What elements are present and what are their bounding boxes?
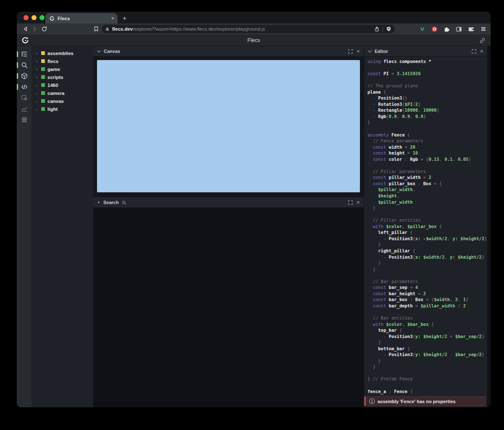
code-line[interactable]: const pillar_box : Box = { xyxy=(368,181,487,187)
tables-button[interactable] xyxy=(17,114,32,125)
code-line[interactable]: bottom_bar { xyxy=(368,346,487,352)
code-line[interactable]: - Position3{y: $height/2 - $bar_sep/2} xyxy=(368,351,487,358)
maximize-window-button[interactable] xyxy=(39,15,45,20)
tree-item-1460[interactable]: –1460 xyxy=(32,81,93,89)
code-line[interactable]: right_pillar { xyxy=(368,248,487,254)
search-panel-content[interactable] xyxy=(93,208,364,407)
close-tab-icon[interactable]: × xyxy=(111,16,114,21)
code-line[interactable]: // Pillar entities xyxy=(368,217,487,223)
3d-canvas-viewport[interactable] xyxy=(97,60,360,192)
code-line[interactable] xyxy=(368,211,487,218)
code-line[interactable]: fence_a : Fence { xyxy=(368,388,487,395)
forward-button[interactable] xyxy=(30,25,39,33)
code-line[interactable]: } // Prefab Fence xyxy=(368,376,487,382)
code-line[interactable]: plane { xyxy=(368,89,487,95)
tree-item-scripts[interactable]: ›scripts xyxy=(32,73,93,81)
code-line[interactable]: - Position3{} xyxy=(368,95,487,101)
code-line[interactable]: } xyxy=(368,119,487,126)
tree-item-light[interactable]: –light xyxy=(32,105,93,113)
code-line[interactable]: // Bar entities xyxy=(368,315,487,321)
collapsed-bullet-icon[interactable] xyxy=(98,202,100,203)
code-line[interactable]: // Pillar parameters xyxy=(368,168,487,175)
sidebar-toggle-icon[interactable] xyxy=(455,25,463,33)
chevron-down-icon[interactable] xyxy=(368,50,372,53)
code-line[interactable]: const bar_height = 2 xyxy=(368,291,487,297)
close-panel-icon[interactable]: × xyxy=(480,48,483,54)
code-line[interactable]: - Rgb{0.9, 0.9, 0.9} xyxy=(368,113,487,120)
code-line[interactable]: // Fence parameters xyxy=(368,138,487,144)
bookmark-icon[interactable] xyxy=(92,25,101,33)
code-line[interactable]: const height = 10 xyxy=(368,150,487,156)
code-line[interactable]: const bar_sep = 4 xyxy=(368,284,487,291)
fullscreen-icon[interactable] xyxy=(348,200,353,205)
close-panel-icon[interactable]: × xyxy=(357,199,360,205)
tree-item-assemblies[interactable]: ›assemblies xyxy=(32,49,93,57)
search-button[interactable] xyxy=(17,60,32,71)
close-panel-icon[interactable]: × xyxy=(357,48,360,54)
code-line[interactable]: // Bar parameters xyxy=(368,278,487,285)
editor-panel-header[interactable]: Editor × xyxy=(364,46,487,57)
code-line[interactable]: } xyxy=(368,339,487,346)
wallet-icon[interactable] xyxy=(467,25,475,33)
statistics-button[interactable] xyxy=(17,103,32,114)
code-editor[interactable]: using flecs.components.*const PI = 3.141… xyxy=(364,57,487,407)
code-line[interactable] xyxy=(368,65,487,71)
code-line[interactable]: using flecs.components.* xyxy=(368,58,487,65)
entity-tree-button[interactable] xyxy=(17,49,32,60)
back-button[interactable] xyxy=(21,25,30,33)
fullscreen-icon[interactable] xyxy=(348,49,353,54)
vue-devtools-icon[interactable]: V xyxy=(418,25,426,33)
code-line[interactable] xyxy=(368,309,487,315)
code-line[interactable]: - Rectangle{10000, 10000} xyxy=(368,107,487,113)
url-bar[interactable]: flecs.dev/explorer/?wasm=https://www.fle… xyxy=(102,25,395,33)
code-line[interactable]: const bar_depth = $pillar_width / 2 xyxy=(368,303,487,309)
code-line[interactable]: } xyxy=(368,266,487,273)
chevron-right-icon[interactable]: › xyxy=(35,74,39,80)
extensions-puzzle-icon[interactable] xyxy=(443,25,451,33)
tree-item-flecs[interactable]: ›flecs xyxy=(32,57,93,65)
brave-shield-icon[interactable] xyxy=(386,26,391,32)
code-line[interactable]: - Position3{x: -$width/2, y: $height/2} xyxy=(368,236,487,242)
code-line[interactable]: const PI = 3.1415926 xyxy=(368,71,487,77)
code-button[interactable] xyxy=(17,81,32,92)
code-line[interactable] xyxy=(368,162,487,168)
canvas-panel-header[interactable]: Canvas × xyxy=(93,46,364,57)
share-icon[interactable] xyxy=(374,26,380,32)
chevron-right-icon[interactable]: › xyxy=(35,66,39,72)
new-tab-button[interactable]: + xyxy=(123,15,126,22)
code-line[interactable]: const width = 20 xyxy=(368,144,487,150)
code-line[interactable]: - Rotation3{$PI/2} xyxy=(368,101,487,108)
code-line[interactable]: - Position3{y: $height/2 + $bar_sep/2} xyxy=(368,333,487,340)
code-line[interactable]: $pillar_width, xyxy=(368,186,487,193)
code-line[interactable]: left_pillar { xyxy=(368,229,487,236)
minimize-window-button[interactable] xyxy=(32,15,37,20)
code-line[interactable]: } xyxy=(368,260,487,266)
code-line[interactable]: with $color, $pillar_box { xyxy=(368,223,487,230)
scene-button[interactable] xyxy=(17,71,32,81)
search-panel-header[interactable]: Search × xyxy=(93,197,364,208)
code-line[interactable]: } xyxy=(368,205,487,211)
code-line[interactable]: $height, xyxy=(368,193,487,199)
code-line[interactable]: $pillar_width xyxy=(368,199,487,205)
code-line[interactable]: // The ground plane xyxy=(368,83,487,89)
code-line[interactable]: const color : Rgb = {0.15, 0.1, 0.05} xyxy=(368,156,487,163)
chevron-right-icon[interactable]: › xyxy=(35,50,39,56)
red-extension-icon[interactable] xyxy=(430,25,438,33)
code-line[interactable] xyxy=(368,370,487,376)
tree-item-canvas[interactable]: –canvas xyxy=(32,97,93,105)
fullscreen-icon[interactable] xyxy=(472,49,476,54)
code-line[interactable]: } xyxy=(368,364,487,370)
code-line[interactable]: } xyxy=(368,358,487,364)
browser-tab-flecs[interactable]: Flecs × xyxy=(45,13,118,24)
close-window-button[interactable] xyxy=(24,15,29,20)
code-line[interactable] xyxy=(368,382,487,388)
code-line[interactable]: const bar_box : Box = {$width, 2, 1} xyxy=(368,296,487,303)
code-line[interactable] xyxy=(368,272,487,278)
menu-icon[interactable] xyxy=(479,25,487,33)
inspector-button[interactable] xyxy=(17,92,32,103)
code-line[interactable]: } xyxy=(368,241,487,248)
code-line[interactable]: top_bar { xyxy=(368,327,487,333)
tree-item-camera[interactable]: –camera xyxy=(32,89,93,97)
code-line[interactable]: - Position3{x: $width/2, y: $height/2} xyxy=(368,254,487,260)
tree-item-game[interactable]: ›game xyxy=(32,65,93,73)
